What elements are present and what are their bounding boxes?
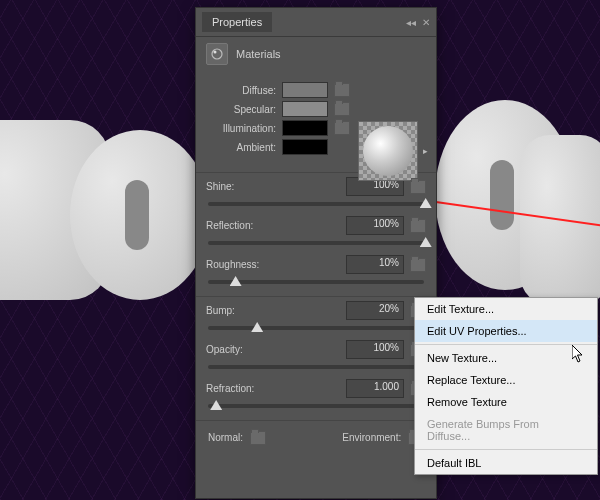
bottom-row: Normal: Environment: [196,421,436,455]
folder-icon[interactable] [334,83,350,97]
panel-header: Properties ◂◂ ✕ [196,8,436,37]
illumination-swatch[interactable] [282,120,328,136]
slider-label: Reflection: [206,220,253,231]
slider-value[interactable]: 1.000 [346,379,404,398]
diffuse-swatch[interactable] [282,82,328,98]
slider-track[interactable] [208,280,424,284]
illumination-label: Illumination: [206,123,276,134]
environment-label: Environment: [342,432,401,443]
slider-track[interactable] [208,404,424,408]
slider-thumb[interactable] [230,276,242,286]
slider-label: Roughness: [206,259,259,270]
slider-label: Opacity: [206,344,243,355]
menu-separator [415,449,597,450]
properties-panel: Properties ◂◂ ✕ Materials ▸ Diffuse: Spe… [195,7,437,499]
slider-bump: Bump: 20% [196,297,436,336]
ambient-label: Ambient: [206,142,276,153]
context-menu: Edit Texture...Edit UV Properties...New … [414,297,598,475]
slider-track[interactable] [208,241,424,245]
slider-value[interactable]: 100% [346,340,404,359]
materials-header: Materials [196,37,436,71]
folder-icon[interactable] [410,258,426,272]
material-preview[interactable] [358,121,418,181]
preview-next-icon[interactable]: ▸ [423,146,428,156]
slider-thumb[interactable] [420,237,432,247]
folder-icon[interactable] [334,102,350,116]
specular-swatch[interactable] [282,101,328,117]
menu-item[interactable]: New Texture... [415,347,597,369]
slider-thumb[interactable] [420,198,432,208]
specular-label: Specular: [206,104,276,115]
slider-value[interactable]: 20% [346,301,404,320]
close-icon[interactable]: ✕ [422,17,430,28]
ambient-swatch[interactable] [282,139,328,155]
menu-item[interactable]: Default IBL [415,452,597,474]
slider-label: Bump: [206,305,235,316]
panel-tab[interactable]: Properties [202,12,272,32]
slider-track[interactable] [208,365,424,369]
folder-icon[interactable] [334,121,350,135]
slider-opacity: Opacity: 100% [196,336,436,375]
svg-point-1 [214,51,217,54]
slider-label: Shine: [206,181,234,192]
slider-reflection: Reflection: 100% [196,212,436,251]
folder-icon[interactable] [250,431,266,445]
folder-icon[interactable] [410,219,426,233]
cursor-icon [572,345,586,363]
svg-point-0 [212,49,222,59]
slider-track[interactable] [208,202,424,206]
materials-label: Materials [236,48,281,60]
slider-track[interactable] [208,326,424,330]
menu-item[interactable]: Remove Texture [415,391,597,413]
slider-refraction: Refraction: 1.000 [196,375,436,421]
materials-icon[interactable] [206,43,228,65]
slider-roughness: Roughness: 10% [196,251,436,297]
slider-value[interactable]: 10% [346,255,404,274]
folder-icon[interactable] [410,180,426,194]
menu-separator [415,344,597,345]
menu-item[interactable]: Replace Texture... [415,369,597,391]
mesh-object [70,130,210,300]
normal-label: Normal: [208,432,243,443]
menu-item: Generate Bumps From Diffuse... [415,413,597,447]
slider-label: Refraction: [206,383,254,394]
slider-thumb[interactable] [251,322,263,332]
slider-thumb[interactable] [210,400,222,410]
slider-value[interactable]: 100% [346,216,404,235]
menu-item[interactable]: Edit Texture... [415,298,597,320]
diffuse-label: Diffuse: [206,85,276,96]
collapse-icon[interactable]: ◂◂ [406,17,416,28]
menu-item[interactable]: Edit UV Properties... [415,320,597,342]
